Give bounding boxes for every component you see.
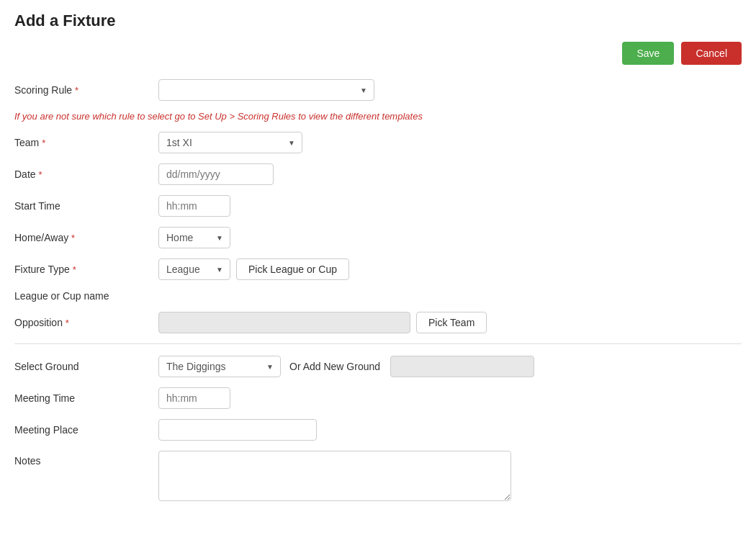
section-divider [14, 343, 742, 344]
opposition-row: Opposition * Pick Team [14, 312, 742, 333]
cancel-button[interactable]: Cancel [681, 42, 742, 65]
meeting-place-row: Meeting Place [14, 419, 742, 441]
scoring-rule-label: Scoring Rule * [14, 84, 158, 96]
team-row: Team * 1st XI 2nd XI [14, 132, 742, 153]
fixture-type-label: Fixture Type * [14, 264, 158, 275]
start-time-row: Start Time [14, 195, 742, 217]
home-away-select[interactable]: Home Away [158, 227, 230, 248]
fixture-type-required: * [73, 264, 76, 275]
date-required: * [38, 169, 42, 180]
ground-select[interactable]: The Diggings Other [158, 356, 281, 377]
home-away-label: Home/Away * [14, 232, 158, 243]
home-away-row: Home/Away * Home Away [14, 227, 742, 248]
top-buttons-bar: Save Cancel [14, 42, 742, 65]
meeting-time-label: Meeting Time [14, 392, 158, 404]
team-label: Team * [14, 137, 158, 148]
new-ground-input[interactable] [390, 356, 534, 377]
team-select-wrapper: 1st XI 2nd XI [158, 132, 302, 153]
fixture-type-select-wrapper: League Cup [158, 258, 230, 280]
fixture-type-row: Fixture Type * League Cup Pick League or… [14, 258, 742, 280]
fixture-type-select[interactable]: League Cup [158, 258, 230, 280]
meeting-time-input[interactable] [158, 387, 230, 409]
meeting-time-row: Meeting Time [14, 387, 742, 409]
meeting-place-label: Meeting Place [14, 424, 158, 436]
scoring-rule-hint: If you are not sure which rule to select… [14, 111, 742, 122]
or-add-new-ground-label: Or Add New Ground [289, 361, 380, 372]
league-cup-name-label: League or Cup name [14, 290, 158, 302]
scoring-rule-select-wrapper [158, 79, 374, 101]
league-cup-name-row: League or Cup name [14, 290, 742, 302]
date-label: Date * [14, 168, 158, 180]
opposition-label: Opposition * [14, 317, 158, 328]
select-ground-label: Select Ground [14, 361, 158, 372]
start-time-label: Start Time [14, 200, 158, 212]
ground-select-wrapper: The Diggings Other [158, 356, 281, 377]
notes-textarea[interactable] [158, 451, 511, 501]
scoring-rule-required: * [75, 85, 78, 96]
team-select[interactable]: 1st XI 2nd XI [158, 132, 302, 153]
meeting-place-input[interactable] [158, 419, 317, 441]
team-required: * [42, 138, 45, 148]
date-input[interactable] [158, 163, 274, 185]
home-away-select-wrapper: Home Away [158, 227, 230, 248]
save-button[interactable]: Save [622, 42, 674, 65]
opposition-required: * [66, 318, 69, 328]
select-ground-row: Select Ground The Diggings Other Or Add … [14, 356, 742, 377]
home-away-required: * [71, 233, 75, 243]
start-time-input[interactable] [158, 195, 230, 217]
scoring-rule-row: Scoring Rule * [14, 79, 742, 101]
pick-league-or-cup-button[interactable]: Pick League or Cup [236, 258, 349, 280]
scoring-rule-select[interactable] [158, 79, 374, 101]
opposition-input[interactable] [158, 312, 410, 333]
notes-label: Notes [14, 451, 158, 467]
page-title: Add a Fixture [14, 12, 742, 30]
notes-row: Notes [14, 451, 742, 501]
date-row: Date * [14, 163, 742, 185]
pick-team-button[interactable]: Pick Team [416, 312, 487, 333]
